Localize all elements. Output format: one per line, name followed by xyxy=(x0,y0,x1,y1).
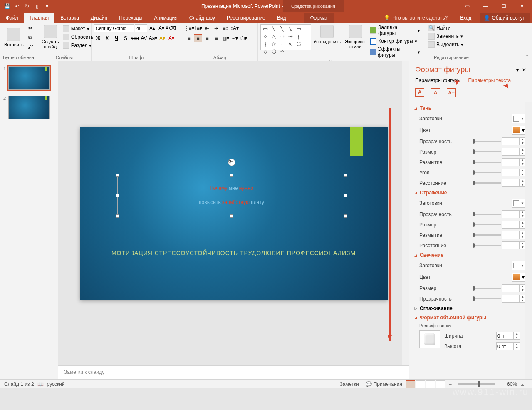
indent-icon[interactable]: ⇥ xyxy=(212,24,220,32)
rotate-handle-icon[interactable]: ⟳ xyxy=(228,159,235,166)
text-effects-tab-icon[interactable]: A xyxy=(431,88,440,97)
textbox-tab-icon[interactable]: A≡ xyxy=(447,88,456,97)
shadow-blur-slider[interactable] xyxy=(473,162,501,163)
shadow-size-slider[interactable] xyxy=(473,151,501,152)
shadow-angle-slider[interactable] xyxy=(473,172,501,173)
italic-icon[interactable]: К xyxy=(103,34,111,42)
shape-star-icon[interactable]: ☆ xyxy=(270,40,277,47)
shape-rect-icon[interactable]: ▭ xyxy=(295,25,302,32)
qat-more-icon[interactable]: ▾ xyxy=(43,2,51,10)
reflection-blur-slider[interactable] xyxy=(473,234,501,236)
shape-outline-button[interactable]: Контур фигуры▾ xyxy=(369,37,421,45)
shape-connector-icon[interactable]: ⌐ xyxy=(278,40,286,47)
glow-transparency-spinner[interactable]: ▲▼ xyxy=(502,295,526,303)
zoom-level[interactable]: 60% xyxy=(507,381,517,387)
tab-transitions[interactable]: Переходы xyxy=(113,13,148,23)
sorter-view-icon[interactable] xyxy=(416,380,425,388)
shape-free-icon[interactable]: ∿ xyxy=(287,40,294,47)
zoom-slider[interactable] xyxy=(458,383,495,385)
slideshow-view-icon[interactable] xyxy=(436,380,445,388)
share-button[interactable]: 👤Общий доступ xyxy=(480,13,530,23)
paste-button[interactable]: Вставить xyxy=(2,27,25,48)
shape-effects-button[interactable]: Эффекты фигуры▾ xyxy=(369,46,421,58)
dedent-icon[interactable]: ⇤ xyxy=(203,24,211,32)
save-icon[interactable]: 💾 xyxy=(3,2,11,10)
pane-tab-text-options[interactable]: Параметры текста xyxy=(468,77,511,83)
glow-size-spinner[interactable]: ▲▼ xyxy=(502,284,526,292)
format-painter-icon[interactable]: 🖌 xyxy=(26,42,35,51)
copy-icon[interactable]: ⧉ xyxy=(26,33,35,42)
signin-link[interactable]: Вход xyxy=(456,13,475,23)
text-fill-tab-icon[interactable]: A xyxy=(415,88,424,97)
smartart-icon[interactable]: ⬡▾ xyxy=(240,34,248,42)
shape-arrow-icon[interactable]: ↘ xyxy=(287,25,294,32)
select-button[interactable]: Выделить▾ xyxy=(427,41,476,48)
pane-close-icon[interactable]: ✕ xyxy=(522,67,526,73)
section-button[interactable]: Раздел▾ xyxy=(62,42,94,49)
slide-counter[interactable]: Слайд 1 из 2 xyxy=(4,381,34,387)
resize-handle[interactable] xyxy=(230,174,233,177)
reflection-transparency-slider[interactable] xyxy=(473,214,501,215)
resize-handle[interactable] xyxy=(344,214,347,218)
reflection-distance-slider[interactable] xyxy=(473,245,501,246)
green-accent-shape[interactable] xyxy=(350,127,363,156)
bullets-icon[interactable]: ⋮≡▾ xyxy=(185,24,193,32)
comments-button[interactable]: 💬 Примечания xyxy=(362,381,406,387)
zoom-in-icon[interactable]: + xyxy=(497,381,507,387)
pane-scrollbar[interactable] xyxy=(525,102,532,379)
shapes-gallery[interactable]: ▭╲╲↘▭○ △⇨⤳{}☆ ⌐∿⬠◇⬡✧ xyxy=(260,24,311,50)
replace-button[interactable]: Заменить▾ xyxy=(427,32,476,40)
shadow-size-spinner[interactable]: ▲▼ xyxy=(502,148,526,156)
justify-icon[interactable]: ≡ xyxy=(212,34,220,42)
reflection-presets-dropdown[interactable]: ▼ xyxy=(512,199,526,208)
reflection-size-slider[interactable] xyxy=(473,224,501,225)
fit-to-window-icon[interactable]: ⊡ xyxy=(517,381,528,387)
shape-brace2-icon[interactable]: } xyxy=(262,40,269,47)
spacing-icon[interactable]: AV xyxy=(140,34,148,42)
cut-icon[interactable]: ✂ xyxy=(26,24,35,32)
reflection-size-spinner[interactable]: ▲▼ xyxy=(502,221,526,229)
tellme-search[interactable]: 💡Что вы хотите сделать? xyxy=(380,15,452,21)
tab-slideshow[interactable]: Слайд-шоу xyxy=(183,13,221,23)
shape-textbox-icon[interactable]: ▭ xyxy=(262,25,269,32)
shadow-blur-spinner[interactable]: ▲▼ xyxy=(502,158,526,166)
resize-handle[interactable] xyxy=(344,174,347,177)
slide-canvas[interactable]: ⟳ Почему мне нужно повысить заработную п… xyxy=(80,127,388,300)
text-direction-icon[interactable]: ↕A▾ xyxy=(230,24,239,32)
glow-size-slider[interactable] xyxy=(473,288,501,289)
tab-file[interactable]: Файл xyxy=(0,13,24,23)
align-text-icon[interactable]: ⊟▾ xyxy=(230,34,239,42)
shadow-angle-spinner[interactable]: ▲▼ xyxy=(502,169,526,176)
ribbon-options-icon[interactable]: ▭ xyxy=(459,0,475,12)
bevel-width-spinner[interactable]: ▲▼ xyxy=(496,332,520,340)
resize-handle[interactable] xyxy=(116,174,119,177)
find-button[interactable]: 🔍Найти xyxy=(427,24,476,32)
normal-view-icon[interactable] xyxy=(406,380,415,388)
columns-icon[interactable]: ▥▾ xyxy=(221,34,230,42)
resize-handle[interactable] xyxy=(344,194,347,197)
align-center-icon[interactable]: ≡ xyxy=(194,34,202,42)
minimize-icon[interactable]: — xyxy=(477,0,494,12)
tab-design[interactable]: Дизайн xyxy=(85,13,113,23)
section-soft-edges[interactable]: ▷Сглаживание xyxy=(409,304,532,313)
linespacing-icon[interactable]: ≡↕ xyxy=(221,24,230,32)
shape-misc1-icon[interactable]: ⬡ xyxy=(270,48,277,55)
title-textbox[interactable]: ⟳ Почему мне нужно повысить заработную п… xyxy=(117,175,346,216)
title-line-2[interactable]: повысить заработную плату xyxy=(118,193,346,207)
glow-transparency-slider[interactable] xyxy=(473,298,501,299)
bevel-height-spinner[interactable]: ▲▼ xyxy=(496,342,520,350)
maximize-icon[interactable]: ☐ xyxy=(495,0,512,12)
numbering-icon[interactable]: 1≡▾ xyxy=(194,24,202,32)
glow-presets-dropdown[interactable]: ▼ xyxy=(512,261,526,270)
reset-button[interactable]: Сбросить xyxy=(62,33,94,41)
language-button[interactable]: русский xyxy=(47,381,65,387)
shape-curve-icon[interactable]: ⤳ xyxy=(287,33,294,40)
tab-insert[interactable]: Вставка xyxy=(54,13,85,23)
pane-tab-shape-options[interactable]: Параметры фигуры xyxy=(415,77,460,83)
notes-pane[interactable]: Заметки к слайду xyxy=(58,365,409,379)
grow-font-icon[interactable]: A▴ xyxy=(148,24,156,32)
notes-button[interactable]: ≐ Заметки xyxy=(331,381,362,387)
font-color-icon[interactable]: A▾ xyxy=(167,34,176,42)
tab-review[interactable]: Рецензирование xyxy=(221,13,271,23)
shrink-font-icon[interactable]: A▾ xyxy=(157,24,166,32)
